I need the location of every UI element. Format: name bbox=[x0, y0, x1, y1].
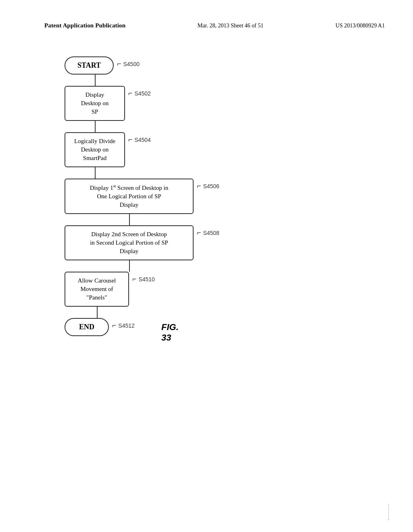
step-s4504-id: ⌐ S4504 bbox=[128, 135, 151, 144]
step-s4512-id: ⌐ S4512 bbox=[112, 321, 135, 330]
step-s4506-box: Display 1st Screen of Desktop inOne Logi… bbox=[65, 179, 194, 214]
header: Patent Application Publication Mar. 28, … bbox=[0, 0, 413, 29]
step-s4510-container: Allow CarouselMovement of"Panels" ⌐ S451… bbox=[65, 272, 155, 307]
step-s4500-id: ⌐ S4500 bbox=[117, 60, 140, 68]
step-s4512-box-col: END bbox=[65, 318, 109, 336]
flowchart-column: START ⌐ S4500 DisplayDesktop onSP bbox=[65, 56, 347, 336]
step-s4504-container: Logically DivideDesktop onSmartPad ⌐ S45… bbox=[65, 132, 151, 167]
step-s4510-box: Allow CarouselMovement of"Panels" bbox=[65, 272, 129, 307]
step-s4508-box-col: Display 2nd Screen of Desktopin Second L… bbox=[65, 225, 194, 260]
step-s4502-id-col: ⌐ S4502 bbox=[128, 89, 151, 98]
flowchart-wrapper: START ⌐ S4500 DisplayDesktop onSP bbox=[65, 56, 347, 336]
connector-5 bbox=[129, 260, 130, 272]
step-s4508-id: ⌐ S4508 bbox=[197, 229, 219, 237]
connector-3 bbox=[95, 167, 96, 179]
step-s4506-id: ⌐ S4506 bbox=[197, 182, 219, 190]
step-s4502-label: DisplayDesktop onSP bbox=[81, 91, 109, 115]
step-s4502-box-col: DisplayDesktop onSP bbox=[65, 86, 125, 121]
header-patent-number: US 2013/0080929 A1 bbox=[336, 23, 385, 29]
step-s4506-id-col: ⌐ S4506 bbox=[197, 182, 219, 190]
step-s4500-id-col: ⌐ S4500 bbox=[117, 60, 140, 68]
step-s4504-label: Logically DivideDesktop onSmartPad bbox=[74, 138, 115, 161]
step-s4508-container: Display 2nd Screen of Desktopin Second L… bbox=[65, 225, 219, 260]
header-publication-label: Patent Application Publication bbox=[44, 22, 125, 29]
connector-1 bbox=[95, 75, 96, 86]
step-s4508-box: Display 2nd Screen of Desktopin Second L… bbox=[65, 225, 194, 260]
step-s4500-container: START ⌐ S4500 bbox=[65, 56, 140, 75]
step-s4510-id-col: ⌐ S4510 bbox=[132, 275, 155, 283]
step-s4510-id: ⌐ S4510 bbox=[132, 275, 155, 283]
step-s4502-box: DisplayDesktop onSP bbox=[65, 86, 125, 121]
step-s4504-box: Logically DivideDesktop onSmartPad bbox=[65, 132, 125, 167]
step-s4506-container: Display 1st Screen of Desktop inOne Logi… bbox=[65, 179, 219, 214]
connector-6 bbox=[97, 307, 98, 318]
step-s4508-id-col: ⌐ S4508 bbox=[197, 229, 219, 237]
step-s4508-label: Display 2nd Screen of Desktopin Second L… bbox=[90, 231, 168, 254]
step-s4510-box-col: Allow CarouselMovement of"Panels" bbox=[65, 272, 129, 307]
step-s4512-id-col: ⌐ S4512 bbox=[112, 321, 135, 330]
page-corner-decoration bbox=[388, 504, 389, 520]
connector-2 bbox=[95, 121, 96, 132]
step-s4504-box-col: Logically DivideDesktop onSmartPad bbox=[65, 132, 125, 167]
step-s4504-id-col: ⌐ S4504 bbox=[128, 135, 151, 144]
step-s4512-label: END bbox=[79, 323, 94, 331]
step-s4512-container: END ⌐ S4512 FIG. 33 bbox=[65, 318, 135, 336]
header-date-sheet: Mar. 28, 2013 Sheet 46 of 51 bbox=[198, 23, 263, 29]
step-s4506-box-col: Display 1st Screen of Desktop inOne Logi… bbox=[65, 179, 194, 214]
step-s4500-box-col: START bbox=[65, 56, 114, 75]
step-s4502-container: DisplayDesktop onSP ⌐ S4502 bbox=[65, 86, 151, 121]
step-s4500-label: START bbox=[77, 61, 101, 69]
step-s4500-box: START bbox=[65, 56, 114, 75]
page: Patent Application Publication Mar. 28, … bbox=[0, 0, 413, 532]
step-s4502-id: ⌐ S4502 bbox=[128, 89, 151, 98]
step-s4510-label: Allow CarouselMovement of"Panels" bbox=[78, 277, 116, 301]
figure-label: FIG. 33 bbox=[161, 322, 179, 343]
step-s4512-box: END bbox=[65, 318, 109, 336]
connector-4 bbox=[129, 214, 130, 225]
step-s4506-label: Display 1st Screen of Desktop inOne Logi… bbox=[90, 185, 169, 208]
